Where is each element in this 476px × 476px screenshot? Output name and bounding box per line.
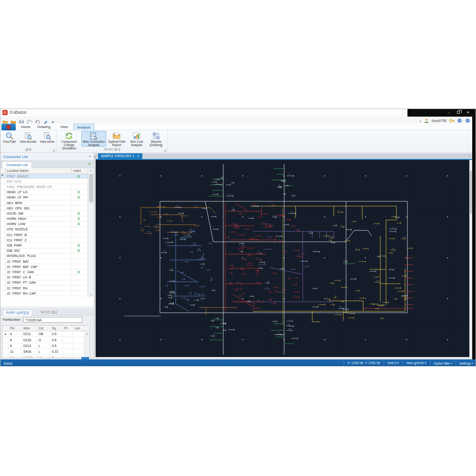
key-icon[interactable] [449, 118, 455, 123]
view-inline-button[interactable]: View Inline [38, 131, 57, 147]
pen-icon[interactable] [43, 118, 49, 123]
panel-title: Connector List [3, 155, 28, 159]
table-row[interactable]: HEV_BPM [0, 200, 88, 206]
column-len[interactable]: Len [73, 326, 85, 331]
table-row[interactable]: HEAD_LP_LHO [0, 190, 88, 195]
user-icon [424, 118, 429, 123]
column-col[interactable]: Col [37, 326, 50, 331]
table-row[interactable]: IGB_PWRO [0, 243, 88, 248]
detail-tab[interactable]: 커넥터 상세정보 [2, 309, 32, 316]
folder-icon[interactable] [10, 118, 16, 123]
view-bundle-button[interactable]: View Bundle [19, 131, 38, 147]
table-row[interactable]: JC_FRNT_BAT_CAP [0, 264, 88, 269]
window-title: CADvizor [10, 110, 27, 115]
chevron-down-icon: ▾ [451, 362, 453, 365]
close-button[interactable]: ✕ [464, 110, 472, 116]
dialog-launcher-icon[interactable] [164, 149, 166, 151]
connector-list-panel: Connector List ✛ Connector List ✔ Locati… [0, 153, 94, 360]
panel-header: Connector List ✛ [0, 153, 94, 161]
component-button[interactable]: ComponentChange Simulation [57, 131, 81, 147]
dropdown-icon[interactable] [51, 118, 57, 123]
dialog-launcher-icon[interactable] [52, 149, 55, 151]
globe-icon[interactable] [465, 118, 471, 123]
open-folder-icon[interactable] [2, 118, 8, 123]
restore-button[interactable] [455, 110, 462, 116]
table-row[interactable]: IGB_SIGO [0, 248, 88, 254]
save-icon[interactable] [19, 118, 24, 123]
item-cost-button[interactable]: Item CostAnalysis [127, 131, 146, 147]
ribbon-group: Find PathView BundleView Inline검색 [0, 130, 57, 152]
ribbon-collapse-icon[interactable]: ▴ [420, 119, 421, 122]
view-grid-readout: View grid:64.0 [402, 361, 430, 366]
table-row[interactable]: INTERLOCK_PLUG [0, 254, 88, 259]
table-row[interactable]: ►FRNT_MAIN21O [0, 174, 88, 179]
wire-connection-button[interactable]: Wire ConnectionAnalysis [81, 131, 106, 147]
app-menu-button[interactable] [1, 124, 16, 130]
ribbon-tab-home[interactable]: Home [18, 124, 34, 130]
ribbon-tab-drawing[interactable]: Drawing [34, 124, 54, 130]
ribbon: Find PathView BundleView Inline검색Compone… [0, 130, 476, 153]
find-path-button[interactable]: Find Path [0, 131, 19, 147]
table-row[interactable]: JC_FRNT_BAT [0, 259, 88, 264]
grid-readout: Grid:2.0 [384, 361, 402, 366]
column-location-name[interactable]: Location Name [5, 168, 72, 173]
topology-canvas[interactable] [96, 160, 469, 357]
ribbon-group: ComponentChange SimulationWire Connectio… [57, 130, 168, 152]
quick-access-toolbar [1, 117, 57, 124]
column-wire[interactable]: Wire [22, 326, 37, 331]
table-row[interactable]: ICU_FRNT_B [0, 232, 88, 238]
pin-icon[interactable]: ✛ [89, 155, 91, 159]
status-text: Status [0, 362, 12, 365]
app-window: C CADvizor – ✕ ▴ dory9755 HomeDrawingVie… [0, 109, 476, 367]
username: dory9755 [432, 119, 446, 123]
column-pt[interactable]: Pt [63, 326, 73, 331]
table-row[interactable]: 5D215G0.5 [3, 337, 89, 343]
table-row[interactable]: JC_FRNT_RH_CAP [0, 291, 88, 296]
table-row[interactable]: JC_FRNT_RH [0, 286, 88, 291]
app-logo-icon: C [2, 110, 8, 115]
table-row[interactable]: 6D213L0.5 [3, 343, 89, 349]
document-tab-strip: SAMPLE TOPOLOGY 1 ✕ – [96, 153, 473, 159]
reports-button[interactable]: Reports(Drawing) [146, 131, 166, 147]
minimize-button[interactable]: – [445, 110, 453, 116]
table-row[interactable]: FRT_HTD [0, 179, 88, 184]
detail-tab-strip: 커넥터 상세정보와이어 정보 [0, 309, 94, 316]
connector-scrollbar[interactable]: ▲ ▼ [88, 168, 94, 297]
table-row[interactable]: 11SA16L0.22 [3, 349, 89, 355]
check-icon[interactable]: ✔ [88, 162, 91, 166]
tabstrip-minimize-icon[interactable]: – [468, 153, 470, 158]
detail-scrollbar[interactable]: ▲ ▼ [84, 331, 89, 361]
column-pin[interactable]: Pin [9, 326, 22, 331]
table-row[interactable]: HEV_OPU_SIG [0, 206, 88, 211]
table-row[interactable]: HORN_HIGHO [0, 217, 88, 222]
table-row[interactable]: HOOD_SWO [0, 211, 88, 216]
tab-connector-list[interactable]: Connector List [2, 161, 32, 168]
column-sq[interactable]: Sq [50, 326, 63, 331]
settings-button[interactable]: Settings ▾ [456, 361, 476, 366]
wire-detail-table: PinWireColSqPtLen ►4D211OB0.55D215G0.56D… [2, 325, 90, 361]
table-row[interactable]: JC_FRNT_C_CANO [0, 269, 88, 275]
table-row[interactable]: JC_FRNT_PT_CAN [0, 280, 88, 286]
globe-icon[interactable] [457, 118, 463, 123]
ribbon-tab-analysis[interactable]: Analysis [73, 124, 94, 130]
optimal-path-button[interactable]: Optimal PathReport [106, 131, 127, 147]
option-filter-button[interactable]: Option filter ▾ [430, 361, 456, 366]
coordinates-readout: X: 1230.08, Y: 2781.50 [344, 361, 384, 366]
ribbon-tab-view[interactable]: View [57, 124, 71, 130]
column-used[interactable]: Used [72, 168, 85, 173]
table-row[interactable]: ICU_FRNT_C [0, 238, 88, 243]
copy-icon[interactable] [27, 118, 32, 123]
tab-close-icon[interactable]: ✕ [137, 153, 139, 159]
table-row[interactable]: HORN_LOWO [0, 222, 88, 227]
detail-tab[interactable]: 와이어 정보 [38, 309, 60, 316]
table-row[interactable]: ►4D211OB0.5 [3, 331, 89, 337]
undo-icon[interactable] [35, 118, 40, 123]
part-number-input[interactable]: 719185-NA [23, 317, 82, 323]
tab-sample-topology[interactable]: SAMPLE TOPOLOGY 1 ✕ [98, 153, 142, 159]
table-row[interactable]: HTD_NOZZLE [0, 227, 88, 232]
table-row[interactable]: HEAD_LP_RHO [0, 195, 88, 200]
table-row[interactable]: JC_FRNT_LH_B [0, 275, 88, 280]
table-header: Location Name Used [0, 168, 88, 174]
table-row[interactable]: FUEL_PRESSURE_SNSR_LPI [0, 184, 88, 189]
group-label: 데이터 분석 [57, 148, 168, 152]
